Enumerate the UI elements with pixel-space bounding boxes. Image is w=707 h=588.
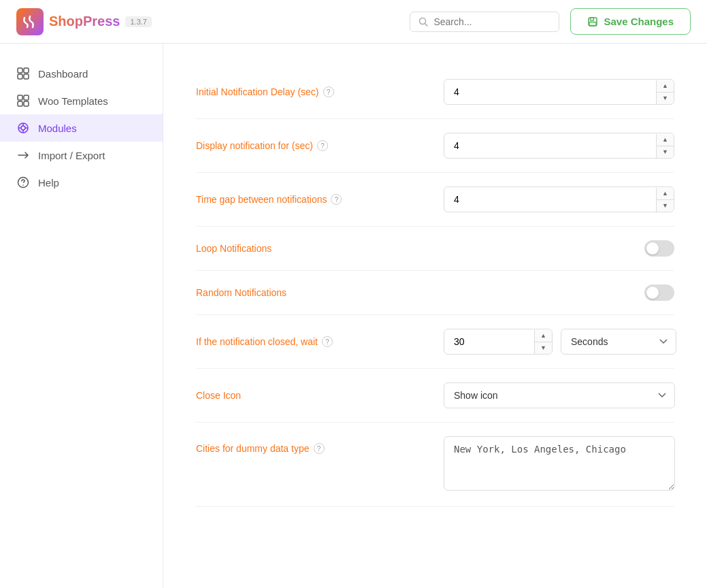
sidebar-item-woo-templates-label: Woo Templates (38, 95, 108, 107)
help-tooltip-time-gap[interactable]: ? (331, 194, 342, 205)
cities-textarea[interactable]: New York, Los Angeles, Chicago (444, 436, 675, 491)
dashboard-icon (16, 67, 30, 80)
main-content: Initial Notification Delay (sec) ? ▲ ▼ D… (163, 44, 707, 588)
toggle-thumb-random (646, 287, 659, 299)
spin-up-display-for[interactable]: ▲ (657, 134, 674, 146)
help-tooltip-initial-delay[interactable]: ? (323, 86, 334, 97)
svg-rect-11 (24, 95, 29, 100)
form-row-closed-wait: If the notification closed, wait ? ▲ ▼ S… (196, 315, 674, 369)
display-for-input[interactable] (444, 133, 656, 158)
import-export-icon (16, 148, 30, 162)
form-label-random-notifications: Random Notifications (196, 287, 427, 298)
close-icon-select[interactable]: Show icon Hide icon (444, 382, 675, 408)
help-tooltip-cities[interactable]: ? (314, 443, 325, 454)
random-notifications-toggle[interactable] (644, 284, 674, 301)
sidebar-item-dashboard[interactable]: Dashboard (0, 60, 163, 87)
main-layout: Dashboard Woo Templates (0, 44, 707, 588)
svg-point-15 (21, 126, 25, 130)
form-row-time-gap: Time gap between notifications ? ▲ ▼ (196, 173, 674, 227)
form-control-display-for: ▲ ▼ (444, 133, 674, 159)
form-control-close-icon: Show icon Hide icon (444, 382, 675, 408)
spin-down-time-gap[interactable]: ▼ (657, 199, 674, 212)
wait-inputs: ▲ ▼ Seconds Minutes Hours (444, 329, 676, 355)
loop-notifications-toggle[interactable] (644, 240, 674, 257)
svg-rect-10 (18, 95, 22, 100)
spin-buttons-initial-delay: ▲ ▼ (656, 80, 674, 104)
spin-down-display-for[interactable]: ▼ (657, 146, 674, 158)
form-label-loop-notifications: Loop Notifications (196, 243, 427, 254)
svg-point-21 (22, 184, 24, 186)
time-gap-input[interactable] (444, 187, 656, 212)
svg-rect-8 (18, 74, 22, 79)
svg-rect-5 (589, 22, 596, 25)
sidebar-item-help-label: Help (38, 177, 59, 189)
wait-number-input[interactable] (444, 329, 534, 354)
form-row-loop-notifications: Loop Notifications (196, 227, 674, 271)
form-row-display-for: Display notification for (sec) ? ▲ ▼ (196, 119, 674, 173)
spin-up-time-gap[interactable]: ▲ (657, 188, 674, 199)
header: ShopPress 1.3.7 Save Changes (0, 0, 707, 44)
toggle-wrap-random (444, 284, 674, 301)
number-input-wrap-time-gap: ▲ ▼ (444, 186, 674, 212)
wait-number-wrap: ▲ ▼ (444, 329, 553, 355)
svg-line-2 (425, 23, 428, 26)
form-label-closed-wait: If the notification closed, wait ? (196, 336, 427, 347)
toggle-thumb-loop (646, 242, 659, 255)
form-label-cities: Cities for dummy data type ? (196, 436, 427, 454)
spin-down-initial-delay[interactable]: ▼ (657, 92, 674, 104)
svg-rect-6 (18, 68, 22, 73)
spin-buttons-wait: ▲ ▼ (534, 330, 552, 354)
app-name: ShopPress (49, 14, 120, 29)
modules-icon (16, 121, 30, 135)
svg-rect-13 (24, 101, 29, 106)
spin-down-wait[interactable]: ▼ (535, 342, 552, 354)
help-tooltip-display-for[interactable]: ? (317, 140, 328, 151)
form-control-initial-delay: ▲ ▼ (444, 79, 674, 105)
version-badge: 1.3.7 (125, 16, 151, 27)
number-input-wrap-initial-delay: ▲ ▼ (444, 79, 674, 105)
form-control-cities: New York, Los Angeles, Chicago (444, 436, 675, 493)
sidebar-item-modules[interactable]: Modules (0, 114, 163, 142)
logo-icon (16, 8, 44, 35)
number-input-wrap-display-for: ▲ ▼ (444, 133, 674, 159)
form-row-random-notifications: Random Notifications (196, 271, 674, 315)
help-icon (16, 176, 30, 189)
woo-templates-icon (16, 94, 30, 108)
form-label-time-gap: Time gap between notifications ? (196, 194, 427, 205)
sidebar-item-modules-label: Modules (38, 122, 77, 134)
form-control-time-gap: ▲ ▼ (444, 186, 674, 212)
toggle-track-random (644, 284, 674, 301)
sidebar: Dashboard Woo Templates (0, 44, 163, 588)
sidebar-item-help[interactable]: Help (0, 169, 163, 196)
logo-area: ShopPress 1.3.7 (16, 8, 152, 35)
spin-up-wait[interactable]: ▲ (535, 330, 552, 342)
svg-rect-9 (24, 74, 29, 79)
svg-rect-12 (18, 101, 22, 106)
toggle-wrap-loop (444, 240, 674, 257)
form-label-initial-delay: Initial Notification Delay (sec) ? (196, 86, 427, 97)
save-icon (587, 16, 598, 27)
sidebar-item-import-export[interactable]: Import / Export (0, 142, 163, 169)
sidebar-item-dashboard-label: Dashboard (38, 68, 88, 80)
spin-up-initial-delay[interactable]: ▲ (657, 80, 674, 92)
search-input[interactable] (433, 16, 550, 27)
form-row-initial-delay: Initial Notification Delay (sec) ? ▲ ▼ (196, 65, 674, 119)
search-box (410, 12, 559, 32)
search-icon (418, 17, 428, 27)
initial-delay-input[interactable] (444, 80, 656, 104)
sidebar-item-import-export-label: Import / Export (38, 150, 105, 161)
unit-select[interactable]: Seconds Minutes Hours (561, 329, 676, 355)
toggle-track-loop (644, 240, 674, 257)
form-label-display-for: Display notification for (sec) ? (196, 140, 427, 151)
form-row-cities: Cities for dummy data type ? New York, L… (196, 423, 674, 507)
spin-buttons-display-for: ▲ ▼ (656, 134, 674, 158)
svg-rect-4 (591, 18, 594, 20)
spin-buttons-time-gap: ▲ ▼ (656, 188, 674, 212)
form-label-close-icon: Close Icon (196, 390, 427, 401)
form-row-close-icon: Close Icon Show icon Hide icon (196, 369, 674, 423)
help-tooltip-closed-wait[interactable]: ? (322, 336, 333, 347)
save-button[interactable]: Save Changes (570, 8, 691, 35)
sidebar-item-woo-templates[interactable]: Woo Templates (0, 87, 163, 114)
svg-rect-7 (24, 68, 29, 73)
